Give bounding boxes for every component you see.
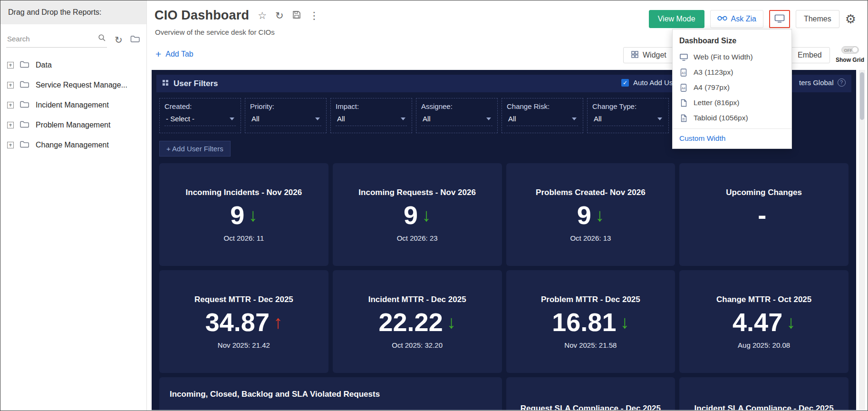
- refresh-dashboard-icon[interactable]: ↻: [275, 10, 284, 20]
- menu-item-label: Tabloid (1056px): [694, 114, 748, 122]
- menu-divider: [673, 128, 791, 129]
- expand-icon[interactable]: +: [7, 82, 14, 88]
- add-tab-button[interactable]: + Add Tab: [155, 49, 193, 59]
- sidebar-item-incident-management[interactable]: + Incident Management: [0, 95, 146, 115]
- settings-gear-icon[interactable]: ⚙: [845, 12, 856, 27]
- dashboard-size-button[interactable]: [769, 10, 790, 28]
- card-title: Incoming, Closed, Backlog and SLA Violat…: [170, 390, 502, 399]
- add-user-filters-button[interactable]: + Add User Filters: [159, 141, 231, 157]
- card-value: 16.81: [552, 308, 616, 336]
- chevron-down-icon: [572, 117, 577, 120]
- auto-add-user-filters: ✓ Auto Add Us: [621, 78, 673, 87]
- menu-item-web-fit-to-width[interactable]: Web (Fit to Width): [673, 49, 791, 65]
- trend-arrow-icon: ↓: [620, 312, 629, 333]
- vertical-scrollbar[interactable]: [859, 70, 865, 410]
- filter-label: Priority:: [250, 102, 321, 110]
- kpi-card-incoming-incidents[interactable]: Incoming Incidents - Nov 2026 9↓ Oct 202…: [159, 163, 328, 266]
- search-icon[interactable]: [98, 34, 106, 44]
- card-comparison: Oct 2025: 32.20: [392, 341, 443, 349]
- card-comparison: Nov 2025: 21.42: [218, 341, 270, 349]
- view-mode-button[interactable]: View Mode: [649, 10, 704, 28]
- sidebar-search-row: ↻: [6, 32, 141, 48]
- widget-grid-icon: [631, 51, 638, 60]
- card-title: Request SLA Compliance - Dec 2025: [521, 404, 661, 410]
- filter-select[interactable]: All: [507, 115, 578, 126]
- widget-button[interactable]: Widget: [623, 47, 675, 63]
- card-title: Incident SLA Compliance - Dec 2025: [694, 404, 834, 410]
- folder-icon: [20, 81, 29, 90]
- embed-button[interactable]: Embed: [790, 47, 830, 63]
- card-title: Upcoming Changes: [726, 188, 802, 197]
- expand-icon[interactable]: +: [7, 142, 14, 148]
- kpi-card-request-mttr[interactable]: Request MTTR - Dec 2025 34.87↑ Nov 2025:…: [159, 270, 328, 373]
- sidebar-header: Drag and Drop the Reports:: [0, 0, 146, 24]
- sidebar-item-label: Service Request Manage...: [36, 81, 127, 89]
- card-comparison: Oct 2026: 13: [570, 234, 611, 242]
- menu-item-tabloid[interactable]: Tabloid (1056px): [673, 110, 791, 126]
- kpi-card-upcoming-changes[interactable]: Upcoming Changes -: [679, 163, 849, 266]
- ask-zia-label: Ask Zia: [731, 15, 756, 23]
- auto-add-checkbox[interactable]: ✓: [621, 79, 629, 87]
- trend-arrow-icon: ↓: [786, 312, 795, 333]
- filter-assignee: Assignee: All: [416, 98, 498, 133]
- chevron-down-icon: [315, 117, 320, 120]
- search-box[interactable]: [6, 32, 107, 48]
- more-options-icon[interactable]: ⋮: [309, 10, 319, 20]
- kpi-card-incoming-requests[interactable]: Incoming Requests - Nov 2026 9↓ Oct 2026…: [333, 163, 502, 266]
- save-icon[interactable]: [292, 10, 301, 20]
- help-icon[interactable]: ?: [838, 78, 846, 87]
- card-value: 34.87: [205, 308, 270, 336]
- custom-width-link[interactable]: Custom Width: [673, 130, 791, 146]
- filter-select[interactable]: All: [250, 115, 321, 126]
- sidebar-item-label: Incident Management: [36, 101, 109, 109]
- toggle-state-label: OFF: [844, 48, 853, 53]
- kpi-card-change-mttr[interactable]: Change MTTR - Oct 2025 4.47↓ Aug 2025: 2…: [679, 270, 849, 373]
- menu-item-letter[interactable]: Letter (816px): [673, 95, 791, 110]
- card-comparison: Nov 2025: 21.58: [564, 341, 617, 349]
- filter-impact: Impact: All: [330, 98, 412, 133]
- ask-zia-button[interactable]: Ask Zia: [710, 10, 763, 28]
- folder-view-icon[interactable]: [130, 35, 140, 45]
- add-tab-label: Add Tab: [165, 50, 193, 59]
- kpi-card-incident-mttr[interactable]: Incident MTTR - Dec 2025 22.22↓ Oct 2025…: [333, 270, 502, 373]
- menu-item-a4[interactable]: A4 A4 (797px): [673, 80, 791, 95]
- trend-arrow-icon: ↑: [273, 312, 282, 333]
- request-sla-compliance-card[interactable]: Request SLA Compliance - Dec 2025: [506, 377, 675, 410]
- filter-value: - Select -: [166, 115, 194, 123]
- third-row-grid: Incoming, Closed, Backlog and SLA Violat…: [159, 377, 849, 410]
- show-grid-toggle[interactable]: OFF: [841, 46, 859, 54]
- sidebar-header-label: Drag and Drop the Reports:: [8, 8, 102, 17]
- card-value: 22.22: [379, 308, 443, 336]
- filter-select[interactable]: All: [336, 115, 407, 126]
- incident-sla-compliance-card[interactable]: Incident SLA Compliance - Dec 2025: [679, 377, 849, 410]
- sidebar-item-data[interactable]: + Data: [0, 55, 146, 75]
- expand-icon[interactable]: +: [7, 102, 14, 108]
- search-input[interactable]: [7, 35, 88, 43]
- filter-select[interactable]: - Select -: [164, 115, 236, 126]
- filter-select[interactable]: All: [421, 115, 492, 126]
- sidebar-item-service-request-management[interactable]: + Service Request Manage...: [0, 75, 146, 95]
- letter-page-icon: [679, 99, 688, 107]
- card-title: Request MTTR - Dec 2025: [194, 295, 293, 304]
- expand-icon[interactable]: +: [7, 62, 14, 68]
- report-folder-tree: + Data + Service Request Manage... + Inc…: [0, 55, 146, 155]
- expand-icon[interactable]: +: [7, 122, 14, 128]
- svg-text:A4: A4: [682, 86, 685, 89]
- menu-item-a3[interactable]: A3 A3 (1123px): [673, 65, 791, 80]
- card-value: -: [758, 201, 766, 229]
- sidebar-item-change-management[interactable]: + Change Management: [0, 135, 146, 155]
- filters-global-label: ters Global: [799, 78, 834, 87]
- kpi-card-problems-created[interactable]: Problems Created- Nov 2026 9↓ Oct 2026: …: [506, 163, 675, 266]
- kpi-cards-grid: Incoming Incidents - Nov 2026 9↓ Oct 202…: [159, 163, 849, 373]
- sidebar-item-problem-management[interactable]: + Problem Management: [0, 115, 146, 135]
- favorite-star-icon[interactable]: ☆: [258, 10, 267, 20]
- filter-select[interactable]: All: [592, 115, 664, 126]
- folder-icon: [20, 141, 29, 150]
- scrollbar-thumb[interactable]: [860, 72, 864, 120]
- themes-button[interactable]: Themes: [796, 10, 839, 28]
- requests-trend-chart-card[interactable]: Incoming, Closed, Backlog and SLA Violat…: [159, 377, 502, 410]
- kpi-card-problem-mttr[interactable]: Problem MTTR - Dec 2025 16.81↓ Nov 2025:…: [506, 270, 675, 373]
- sidebar-item-label: Data: [36, 61, 52, 69]
- card-title: Incoming Requests - Nov 2026: [358, 188, 476, 197]
- refresh-reports-icon[interactable]: ↻: [115, 35, 123, 45]
